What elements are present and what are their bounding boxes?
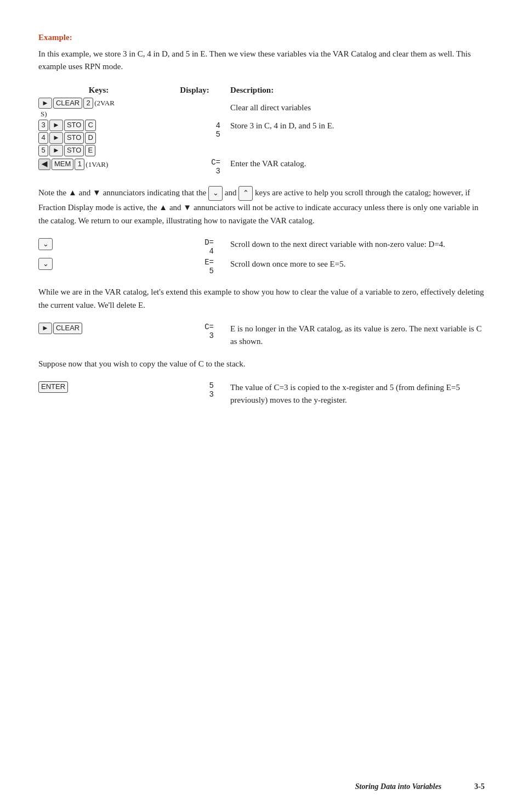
scroll-display-cell: D= 4 — [159, 237, 230, 257]
mem-key[interactable]: MEM — [52, 159, 73, 170]
five-key[interactable]: 5 — [38, 145, 48, 156]
clear-desc-cell: E is no longer in the VAR catalog, as it… — [230, 322, 485, 348]
two-key[interactable]: 2 — [83, 98, 93, 109]
e-key[interactable]: E — [85, 145, 95, 156]
col-header-keys: Keys: — [38, 86, 159, 97]
c-key[interactable]: C — [85, 120, 95, 131]
down-key[interactable]: ⌄ — [208, 186, 223, 201]
display-cell: C= 3 — [159, 158, 230, 176]
keys-cell: ► CLEAR 2 (2VAR S) — [38, 97, 159, 120]
four-key[interactable]: 4 — [38, 132, 48, 144]
enter-table: ENTER 5 3 The value of C=3 is copied to … — [38, 380, 485, 407]
shift-key[interactable]: ► — [38, 323, 52, 334]
copy-intro: Suppose now that you wish to copy the va… — [38, 357, 485, 370]
catalog-key[interactable]: ◀ — [38, 159, 50, 170]
clear-key-cell: ► CLEAR — [38, 322, 159, 348]
enter-key-cell: ENTER — [38, 380, 159, 407]
scroll-table: ⌄ D= 4 Scroll down to the next direct va… — [38, 237, 485, 277]
desc-cell: Enter the VAR catalog. — [230, 158, 485, 176]
desc-cell: Store 3 in C, 4 in D, and 5 in E. — [230, 119, 485, 158]
shift-key[interactable]: ► — [49, 145, 63, 156]
scroll-desc-cell: Scroll down to the next direct variable … — [230, 237, 485, 257]
enter-display-cell: 5 3 — [159, 380, 230, 407]
table-row: ◀ MEM 1 (1VAR) C= 3 Enter the VAR catalo… — [38, 158, 485, 176]
col-header-desc: Description: — [230, 86, 485, 97]
display-cell: 4 5 — [159, 119, 230, 158]
enter-key[interactable]: ENTER — [38, 381, 68, 393]
shift-key[interactable]: ► — [38, 98, 52, 109]
clear-key[interactable]: CLEAR — [53, 98, 82, 109]
table-row: 3 ► STO C 4 ► STO D 5 ► STO — [38, 119, 485, 158]
scroll-key-cell: ⌄ — [38, 257, 159, 277]
down-scroll-key[interactable]: ⌄ — [38, 258, 53, 270]
example-table: Keys: Display: Description: ► CLEAR 2 (2… — [38, 86, 485, 177]
keys-cell: ◀ MEM 1 (1VAR) — [38, 158, 159, 176]
intro-text: In this example, we store 3 in C, 4 in D… — [38, 48, 485, 74]
clear-key[interactable]: CLEAR — [53, 323, 82, 334]
enter-desc-cell: The value of C=3 is copied to the x-regi… — [230, 380, 485, 407]
footer: Storing Data into Variables 3-5 — [0, 782, 523, 791]
desc-cell: Clear all direct variables — [230, 97, 485, 120]
up-key[interactable]: ⌃ — [238, 186, 253, 201]
down-scroll-key[interactable]: ⌄ — [38, 238, 53, 250]
three-key[interactable]: 3 — [38, 120, 48, 131]
example-label: Example: — [38, 33, 485, 42]
shift-key[interactable]: ► — [49, 132, 63, 144]
shift-key[interactable]: ► — [49, 120, 63, 131]
note-text: Note the ▲ and ▼ annunciators indicating… — [38, 186, 485, 227]
footer-left: Storing Data into Variables — [355, 782, 442, 791]
clear-table: ► CLEAR C= 3 E is no longer in the VAR c… — [38, 322, 485, 348]
one-key[interactable]: 1 — [75, 159, 84, 170]
table-row: ENTER 5 3 The value of C=3 is copied to … — [38, 380, 485, 407]
col-header-display: Display: — [159, 86, 230, 97]
display-cell — [159, 97, 230, 120]
scroll-key-cell: ⌄ — [38, 237, 159, 257]
sto-key[interactable]: STO — [64, 132, 84, 144]
d-key[interactable]: D — [85, 132, 95, 144]
table-row: ► CLEAR 2 (2VAR S) Clear all direct vari… — [38, 97, 485, 120]
sto-key[interactable]: STO — [64, 120, 84, 131]
table-row: ► CLEAR C= 3 E is no longer in the VAR c… — [38, 322, 485, 348]
keys-cell: 3 ► STO C 4 ► STO D 5 ► STO — [38, 119, 159, 158]
scroll-desc-cell: Scroll down once more to see E=5. — [230, 257, 485, 277]
sto-key[interactable]: STO — [64, 145, 84, 156]
table-row: ⌄ D= 4 Scroll down to the next direct va… — [38, 237, 485, 257]
table-row: ⌄ E= 5 Scroll down once more to see E=5. — [38, 257, 485, 277]
clear-display-cell: C= 3 — [159, 322, 230, 348]
footer-right: 3-5 — [474, 782, 485, 791]
clear-intro: While we are in the VAR catalog, let's e… — [38, 285, 485, 312]
scroll-display-cell: E= 5 — [159, 257, 230, 277]
